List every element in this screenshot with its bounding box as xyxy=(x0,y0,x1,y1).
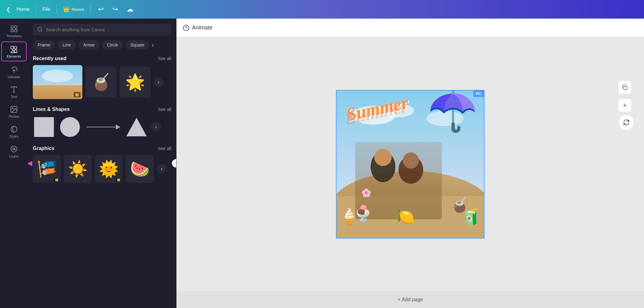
svg-rect-3 xyxy=(15,29,17,32)
crown-badge-sun: 👑 xyxy=(116,178,121,182)
home-button[interactable]: Home xyxy=(16,7,30,12)
shape-square[interactable] xyxy=(33,116,55,138)
graphics-next-button[interactable]: › xyxy=(157,164,167,174)
redo-button[interactable]: ↪ xyxy=(111,4,119,15)
svg-rect-2 xyxy=(11,29,13,32)
animate-button[interactable]: Animate xyxy=(183,24,212,31)
undo-button[interactable]: ↩ xyxy=(97,4,105,15)
svg-point-13 xyxy=(11,126,17,132)
hide-panel-button[interactable]: ‹ xyxy=(172,159,176,168)
chip-frame[interactable]: Frame xyxy=(33,40,55,50)
elements-panel: Frame Line Arrow Circle Square › Recentl… xyxy=(28,19,176,308)
text-label: Text xyxy=(11,95,17,99)
styles-icon xyxy=(10,125,18,133)
graphic-sun-glasses[interactable]: 🌞 👑 xyxy=(95,155,123,183)
sidebar-item-photos[interactable]: Photos xyxy=(1,102,27,121)
chips-more-button[interactable]: › xyxy=(152,42,154,48)
recent-item-sun[interactable]: 🌟 xyxy=(120,67,150,98)
drink3-sticker: 🧉 xyxy=(451,196,468,213)
sun-graphic-emoji: ☀️ xyxy=(68,160,88,178)
graphics-see-all[interactable]: See all xyxy=(158,146,171,151)
chip-square[interactable]: Square xyxy=(125,40,149,50)
graphics-header: Graphics See all xyxy=(33,146,171,151)
rotate-button[interactable] xyxy=(619,115,634,130)
filter-chips: Frame Line Arrow Circle Square › xyxy=(33,40,171,50)
crown-icon: 👑 xyxy=(63,6,70,13)
add-button[interactable] xyxy=(618,99,632,112)
recent-item-drink[interactable]: 🧉 xyxy=(85,67,116,98)
file-button[interactable]: File xyxy=(42,7,50,12)
templates-label: Templates xyxy=(6,34,22,38)
divider3 xyxy=(90,5,91,14)
main-layout: Templates Elements Uploads xyxy=(0,19,644,308)
shape-triangle[interactable] xyxy=(126,116,147,138)
chip-circle[interactable]: Circle xyxy=(102,40,123,50)
recently-used-see-all[interactable]: See all xyxy=(158,56,171,61)
svg-marker-25 xyxy=(126,118,147,136)
svg-point-26 xyxy=(183,25,189,30)
upload-icon xyxy=(10,66,18,74)
sidebar-item-elements[interactable]: Elements xyxy=(1,42,27,61)
cloud-button[interactable]: ☁ xyxy=(125,4,135,15)
sidebar-item-logos[interactable]: co. Logos xyxy=(1,142,27,161)
shape-arrow-line[interactable] xyxy=(85,121,122,133)
svg-point-37 xyxy=(374,149,392,166)
umbrella-sticker: ☂️ xyxy=(428,90,478,134)
drink-emoji: 🧉 xyxy=(91,73,111,92)
graphic-bunting[interactable]: 🎏 👑 xyxy=(33,155,61,183)
search-input[interactable] xyxy=(46,27,167,32)
flower-sticker: 🌸 xyxy=(361,188,371,198)
graphics-grid: 🎏 👑 ☀️ 🌞 👑 🍉 › xyxy=(33,155,171,183)
svg-marker-24 xyxy=(116,125,120,130)
crown-badge: 👑 xyxy=(74,92,80,97)
sidebar-item-text[interactable]: Text xyxy=(1,82,27,101)
recently-used-grid: 👑 🧉 🌟 › xyxy=(33,65,171,99)
canvas-workspace: Summer Summer ☂️ 🍦 xyxy=(176,37,644,291)
lines-shapes-see-all[interactable]: See all xyxy=(158,107,171,112)
sidebar-item-styles[interactable]: Styles xyxy=(1,122,27,141)
shapes-grid: › xyxy=(33,116,171,138)
back-button[interactable]: ❮ xyxy=(6,7,10,12)
sidebar-item-templates[interactable]: Templates xyxy=(1,22,27,40)
icon-bar: Templates Elements Uploads xyxy=(0,19,28,308)
svg-rect-27 xyxy=(624,86,627,90)
shape-circle[interactable] xyxy=(59,116,81,138)
canvas-area: Animate xyxy=(176,19,644,308)
svg-point-5 xyxy=(14,46,17,49)
chip-line[interactable]: Line xyxy=(58,40,76,50)
search-bar xyxy=(33,24,171,35)
recent-item-beach[interactable]: 👑 xyxy=(33,65,82,99)
back-icon: ❮ xyxy=(6,7,10,12)
chip-arrow[interactable]: Arrow xyxy=(78,40,100,50)
sidebar-item-uploads[interactable]: Uploads xyxy=(1,63,27,81)
logos-label: Logos xyxy=(9,154,19,158)
svg-point-19 xyxy=(42,70,73,82)
elements-label: Elements xyxy=(7,55,21,58)
triangle-shape-icon xyxy=(126,116,147,138)
add-page-button[interactable]: + Add page xyxy=(398,297,423,302)
canvas-frame[interactable]: Summer Summer ☂️ 🍦 xyxy=(336,90,485,239)
recent-next-button[interactable]: › xyxy=(154,77,163,87)
graphic-sun[interactable]: ☀️ xyxy=(64,155,92,183)
animate-label: Animate xyxy=(192,24,212,31)
svg-text:co.: co. xyxy=(13,148,16,151)
duplicate-button[interactable] xyxy=(618,81,632,94)
resize-button[interactable]: 👑 Resize xyxy=(63,6,84,13)
shapes-next-button[interactable]: › xyxy=(151,122,161,132)
divider2 xyxy=(56,5,57,14)
duplicate-icon xyxy=(622,84,628,90)
graphic-watermelon[interactable]: 🍉 xyxy=(126,155,154,183)
topbar-left: ❮ Home File 👑 Resize ↩ ↪ ☁ xyxy=(6,4,135,15)
lines-shapes-header: Lines & Shapes See all xyxy=(33,107,171,112)
svg-point-12 xyxy=(12,108,13,109)
styles-label: Styles xyxy=(9,134,19,138)
home-label: Home xyxy=(16,7,30,12)
search-icon xyxy=(37,27,43,32)
svg-point-22 xyxy=(60,117,80,137)
graphics-title: Graphics xyxy=(33,146,54,151)
divider xyxy=(36,5,36,14)
photos-icon xyxy=(10,105,18,113)
svg-rect-21 xyxy=(34,117,54,137)
topbar: ❮ Home File 👑 Resize ↩ ↪ ☁ xyxy=(0,0,644,19)
icecream2-sticker: 🍨 xyxy=(354,205,373,222)
